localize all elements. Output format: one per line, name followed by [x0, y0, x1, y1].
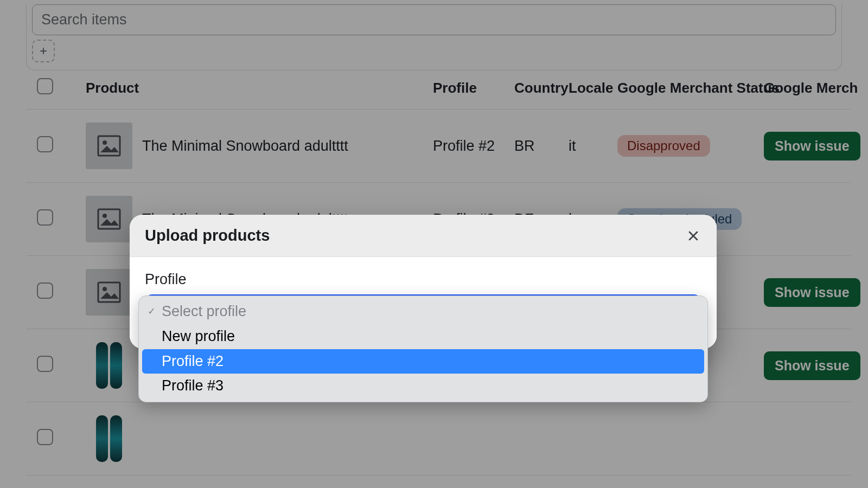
profile-option-label: New profile — [162, 328, 235, 344]
modal-body: Profile ✓Select profileNew profileProfil… — [130, 257, 717, 349]
profile-dropdown: ✓Select profileNew profileProfile #2Prof… — [138, 296, 708, 402]
profile-option[interactable]: Profile #3 — [142, 374, 704, 399]
profile-option-label: Select profile — [162, 303, 246, 319]
profile-option-label: Profile #2 — [162, 353, 224, 369]
profile-option[interactable]: ✓Select profile — [142, 299, 704, 324]
profile-option-label: Profile #3 — [162, 377, 224, 394]
profile-option[interactable]: New profile — [142, 324, 704, 349]
profile-field-label: Profile — [145, 271, 701, 288]
modal-close-button[interactable] — [685, 228, 701, 244]
modal-title: Upload products — [145, 227, 270, 245]
profile-option[interactable]: Profile #2 — [142, 349, 704, 374]
modal-header: Upload products — [130, 215, 717, 257]
upload-products-modal: Upload products Profile ✓Select profileN… — [130, 215, 717, 349]
check-icon: ✓ — [148, 305, 156, 318]
close-icon — [687, 229, 700, 242]
